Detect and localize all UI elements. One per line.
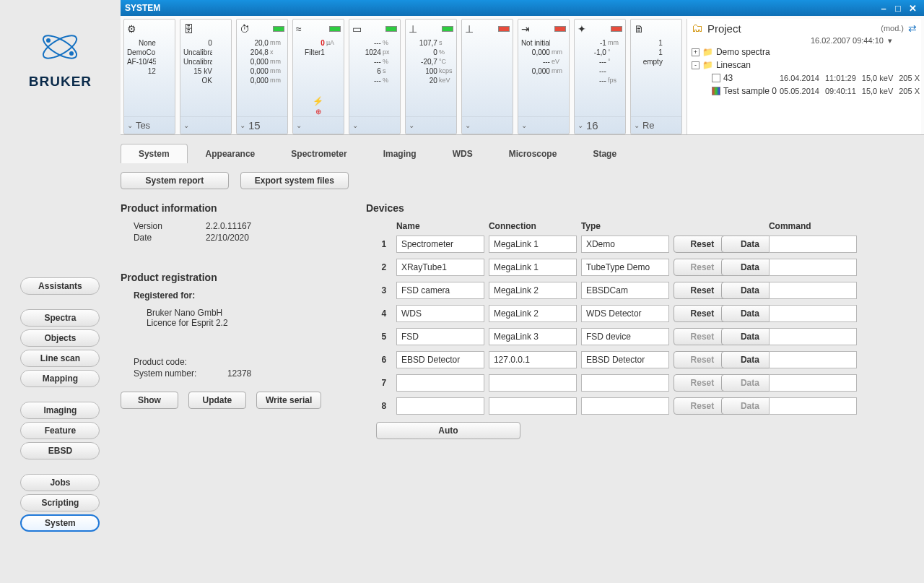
- chevron-down-icon[interactable]: ⌄: [183, 121, 189, 129]
- system-report-button[interactable]: System report: [121, 172, 229, 189]
- expand-toggle[interactable]: -: [692, 61, 699, 69]
- nav-spectra[interactable]: Spectra: [20, 309, 100, 327]
- nav-mapping[interactable]: Mapping: [20, 370, 100, 387]
- device-name-input[interactable]: [396, 305, 484, 322]
- card-value: 0,000: [240, 66, 269, 76]
- tab-appearance[interactable]: Appearance: [188, 144, 274, 163]
- card-value: ---: [521, 57, 550, 66]
- card-value: DemoCo Ltd: [127, 48, 156, 57]
- device-name-input[interactable]: [396, 374, 484, 392]
- device-row: 5 Reset Data: [376, 328, 917, 345]
- card-unit: x: [269, 48, 284, 57]
- tab-wds[interactable]: WDS: [435, 144, 491, 163]
- nav-feature[interactable]: Feature: [20, 422, 100, 439]
- card-value: Uncalibrate: [183, 48, 212, 57]
- device-name-input[interactable]: [396, 397, 484, 415]
- hv-icon: ⚡⊕: [296, 96, 341, 116]
- device-type-input[interactable]: [581, 374, 669, 392]
- device-command-input[interactable]: [769, 328, 857, 345]
- device-command-input[interactable]: [769, 305, 857, 322]
- device-type-input[interactable]: [581, 236, 669, 253]
- device-command-input[interactable]: [769, 259, 857, 276]
- nav-system[interactable]: System: [20, 514, 100, 532]
- device-conn-input[interactable]: [489, 236, 577, 253]
- registered-for-label: Registered for:: [134, 290, 344, 301]
- ribbon-card-2: ⏱20,0mm204,8x0,000mm0,000mm0,000mm⌄15: [236, 19, 288, 134]
- device-row: 7 Reset Data: [376, 374, 917, 392]
- tree-row[interactable]: Test sample 005.05.201409:40:1115,0 keV2…: [692, 85, 920, 98]
- device-command-input[interactable]: [769, 282, 857, 299]
- nav-ebsd[interactable]: EBSD: [20, 442, 100, 459]
- card-unit: µA: [325, 38, 341, 48]
- device-row: 1 Reset Data: [376, 236, 917, 253]
- device-type-input[interactable]: [581, 282, 669, 299]
- card-icon: ⚙: [127, 23, 136, 35]
- tree-label: Linescan: [716, 60, 751, 70]
- device-conn-input[interactable]: [489, 374, 577, 392]
- chevron-down-icon[interactable]: ⌄: [352, 121, 358, 129]
- chevron-down-icon[interactable]: ⌄: [578, 121, 583, 129]
- nav-jobs[interactable]: Jobs: [20, 474, 100, 491]
- nav-assistants[interactable]: Assistants: [20, 277, 100, 295]
- device-name-input[interactable]: [396, 351, 484, 368]
- tab-spectrometer[interactable]: Spectrometer: [273, 144, 365, 163]
- device-conn-input[interactable]: [489, 305, 577, 322]
- chevron-down-icon[interactable]: ⌄: [634, 121, 640, 129]
- chevron-down-icon[interactable]: ⌄: [521, 121, 527, 129]
- export-system-files-button[interactable]: Export system files: [240, 172, 349, 189]
- device-conn-input[interactable]: [489, 397, 577, 415]
- tab-microscope[interactable]: Microscope: [491, 144, 575, 163]
- date-label: Date: [134, 233, 199, 243]
- close-button[interactable]: ✕: [905, 3, 920, 14]
- nav-objects[interactable]: Objects: [20, 329, 100, 347]
- device-type-input[interactable]: [581, 259, 669, 276]
- chevron-down-icon[interactable]: ⌄: [127, 121, 133, 129]
- nav-imaging[interactable]: Imaging: [20, 402, 100, 419]
- device-name-input[interactable]: [396, 236, 484, 253]
- maximize-button[interactable]: □: [891, 3, 905, 14]
- device-command-input[interactable]: [769, 236, 857, 253]
- device-type-input[interactable]: [581, 351, 669, 368]
- device-name-input[interactable]: [396, 282, 484, 299]
- chevron-down-icon[interactable]: ⌄: [296, 121, 302, 129]
- device-type-input[interactable]: [581, 397, 669, 415]
- card-value: ---: [352, 38, 381, 48]
- device-name-input[interactable]: [396, 328, 484, 345]
- device-type-input[interactable]: [581, 328, 669, 345]
- minimize-button[interactable]: –: [876, 3, 891, 14]
- tree-label: Demo spectra: [716, 47, 770, 57]
- nav-line-scan[interactable]: Line scan: [20, 350, 100, 367]
- device-conn-input[interactable]: [489, 328, 577, 345]
- show-button[interactable]: Show: [121, 392, 178, 409]
- device-command-input[interactable]: [769, 351, 857, 368]
- card-icon: ≈: [296, 23, 302, 35]
- card-value: 1: [634, 38, 663, 48]
- device-name-input[interactable]: [396, 259, 484, 276]
- swap-icon[interactable]: ⇄: [908, 22, 917, 34]
- svg-point-3: [69, 51, 74, 56]
- chevron-down-icon[interactable]: ⌄: [240, 121, 245, 129]
- nav-scripting[interactable]: Scripting: [20, 494, 100, 511]
- ribbon-card-9: 🗎11empty⌄Re: [630, 19, 682, 134]
- expand-toggle[interactable]: +: [692, 48, 699, 56]
- tree-row[interactable]: 4316.04.201411:01:2915,0 keV205 X: [692, 72, 920, 85]
- card-value: 0,000: [521, 66, 550, 76]
- write-serial-button[interactable]: Write serial: [256, 392, 321, 409]
- device-conn-input[interactable]: [489, 351, 577, 368]
- title-bar: SYSTEM – □ ✕: [121, 0, 924, 16]
- chevron-down-icon[interactable]: ⌄: [465, 121, 471, 129]
- tab-system[interactable]: System: [121, 144, 188, 163]
- tree-row[interactable]: -📁Linescan: [692, 59, 920, 72]
- update-button[interactable]: Update: [188, 392, 246, 409]
- device-command-input[interactable]: [769, 374, 857, 392]
- tab-imaging[interactable]: Imaging: [365, 144, 435, 163]
- device-command-input[interactable]: [769, 397, 857, 415]
- tab-stage[interactable]: Stage: [575, 144, 635, 163]
- tree-row[interactable]: +📁Demo spectra: [692, 46, 920, 59]
- auto-button[interactable]: Auto: [376, 422, 520, 439]
- chevron-down-icon[interactable]: ⌄: [409, 121, 414, 129]
- card-foot-label: 16: [586, 119, 598, 131]
- device-conn-input[interactable]: [489, 282, 577, 299]
- device-conn-input[interactable]: [489, 259, 577, 276]
- device-type-input[interactable]: [581, 305, 669, 322]
